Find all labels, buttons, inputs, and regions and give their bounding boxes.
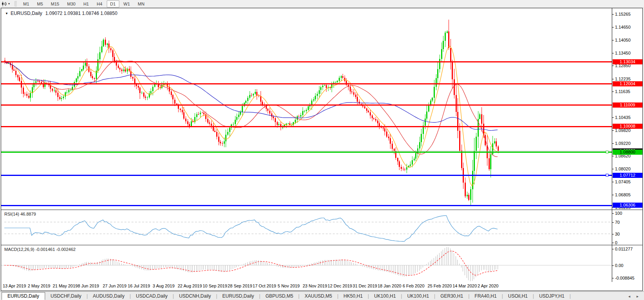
axis-tick-label: 1.07405	[615, 179, 631, 184]
price-hline[interactable]	[1, 175, 612, 176]
axis-tick-mark	[612, 195, 614, 195]
price-hline[interactable]	[1, 126, 612, 127]
chart-tab-usdjpy-h1[interactable]: USDJPY,H1	[535, 293, 569, 300]
date-label: 28 Sep 2019	[228, 284, 252, 288]
axis-tick-label: 0.011277	[615, 247, 633, 251]
price-hline[interactable]	[1, 61, 612, 62]
chart-tab-audusd-daily[interactable]: AUDUSD,Daily	[88, 293, 130, 300]
date-label: 14 Mar 2020	[452, 284, 477, 288]
axis-tick-mark	[612, 234, 614, 234]
axis-tick-label: 30	[615, 232, 620, 236]
timeframe-button-m5[interactable]: M5	[33, 0, 46, 7]
date-label: 2 Apr 2020	[478, 284, 498, 288]
hline-price-label: 1.13034	[613, 59, 642, 64]
ma-slow-line	[4, 62, 498, 130]
timeframe-button-mn[interactable]: MN	[134, 0, 148, 7]
hline-price-label: 1.11009	[613, 102, 642, 108]
chart-tab-bar: EURUSD,DailyUSDCHF,Daily|AUDUSD,Daily|US…	[0, 291, 644, 300]
date-label: 8 Jun 2019	[78, 284, 99, 288]
macd-label: MACD(12,26,9) -0.001461 -0.002462	[4, 247, 76, 252]
timeframe-button-d1[interactable]: D1	[107, 0, 119, 7]
chart-tab-usdcnh-daily[interactable]: USDCNH,Daily	[174, 293, 215, 300]
axis-tick-mark	[612, 143, 614, 144]
chart-tab-usdchf-daily[interactable]: USDCHF,Daily	[46, 293, 86, 300]
hline-price-label: 1.12004	[613, 81, 642, 86]
chart-tab-xauusd-m5[interactable]: XAUUSD,M5	[300, 293, 337, 300]
chart-tool-button[interactable]: ▾	[1, 1, 11, 7]
tab-scroll-left-icon[interactable]: ◂	[628, 294, 630, 298]
macd-pane[interactable]	[1, 245, 612, 282]
chart-title: ▼ EURUSD,Daily 1.09072 1.09381 1.08746 1…	[5, 11, 117, 16]
hline-price-label: 1.10008	[613, 124, 642, 129]
chart-tab-eurusd-daily[interactable]: EURUSD,Daily	[2, 292, 45, 300]
axis-tick-label: 1.10435	[615, 115, 631, 120]
timeframe-button-h1[interactable]: H1	[80, 0, 92, 7]
time-axis[interactable]: 13 Apr 20192 May 201921 May 20198 Jun 20…	[1, 282, 642, 291]
candlestick-chart-icon	[1, 1, 7, 7]
chart-tab-eurusd-daily[interactable]: EURUSD,Daily	[218, 293, 259, 300]
axis-tick-label: 100	[615, 211, 622, 216]
chart-caret-icon: ▼	[5, 12, 8, 15]
date-label: 27 Jun 2019	[103, 284, 127, 288]
hline-price-label: 1.08800	[613, 150, 642, 155]
axis-tick-label: 1.09220	[615, 141, 631, 146]
date-label: 12 Dec 2019	[328, 284, 352, 288]
rsi-pane[interactable]	[1, 210, 612, 245]
axis-tick-mark	[612, 40, 614, 40]
axis-tick-label: 1.08020	[615, 166, 631, 171]
tab-scroll-right-icon[interactable]: ▸	[637, 294, 639, 298]
date-label: 23 Nov 2019	[303, 284, 327, 288]
date-label: 6 Feb 2020	[403, 284, 425, 288]
axis-tick-mark	[612, 66, 614, 66]
chart-tool-dropdown-icon[interactable]: ▾	[8, 2, 10, 5]
timeframe-button-m1[interactable]: M1	[20, 0, 33, 7]
date-label: 2 May 2019	[28, 284, 50, 288]
axis-tick-mark	[612, 117, 614, 118]
hline-price-label: 1.07712	[613, 173, 642, 178]
chart-window[interactable]: ▼ EURUSD,Daily 1.09072 1.09381 1.08746 1…	[1, 8, 643, 291]
tab-scroll-arrows: ◂ ▸	[628, 294, 639, 298]
timeframe-button-w1[interactable]: W1	[120, 0, 134, 7]
axis-tick-mark	[612, 130, 614, 131]
date-label: 3 Aug 2019	[153, 284, 175, 288]
timeframe-button-h4[interactable]: H4	[93, 0, 106, 7]
candles-layer	[4, 20, 499, 207]
price-pane[interactable]	[1, 9, 612, 209]
price-hline[interactable]	[1, 83, 612, 84]
rsi-line	[4, 216, 498, 241]
chart-tabs: EURUSD,DailyUSDCHF,Daily|AUDUSD,Daily|US…	[0, 292, 571, 300]
hline-handle[interactable]	[606, 174, 608, 176]
date-label: 31 Dec 2019	[353, 284, 377, 288]
axis-tick-label: 0.00	[615, 263, 623, 268]
chart-symbol-label: EURUSD,Daily	[11, 11, 42, 16]
chart-tab-fra40-h1[interactable]: FRA40,H1	[470, 293, 501, 300]
chart-tab-usdcad-daily[interactable]: USDCAD,Daily	[131, 293, 172, 300]
chart-tab-uk100-h1[interactable]: UK100,H1	[403, 293, 434, 300]
price-hline[interactable]	[1, 104, 612, 106]
chart-tab-uk100-h1[interactable]: UK100,H1	[369, 293, 400, 300]
toolbar-grip[interactable]	[15, 1, 17, 6]
axis-tick-mark	[612, 156, 614, 156]
axis-tick-label: 1.14050	[615, 38, 631, 42]
axis-tick-mark	[612, 182, 614, 182]
date-label: 17 Oct 2019	[253, 284, 276, 288]
axis-tick-label: 1.11635	[615, 89, 630, 94]
chart-tab-ger30-h1[interactable]: GER30,H1	[436, 293, 468, 300]
date-label: 25 Feb 2020	[428, 284, 452, 288]
axis-tick-label: -0.008845	[615, 276, 635, 280]
price-axis[interactable]: 1.152651.146501.140501.134501.128501.122…	[612, 8, 643, 282]
price-hline[interactable]	[1, 205, 612, 206]
timeframe-button-m15[interactable]: M15	[47, 0, 63, 7]
date-label: 13 Apr 2019	[3, 284, 26, 288]
chart-tab-usoil-h1[interactable]: USOil,H1	[504, 293, 533, 300]
axis-tick-mark	[612, 243, 614, 243]
chart-tab-hk50-h1[interactable]: HK50,H1	[339, 293, 367, 300]
axis-tick-label: 1.06805	[615, 192, 631, 197]
date-label: 10 Sep 2019	[203, 284, 227, 288]
axis-tick-mark	[612, 278, 614, 278]
axis-tick-label: 1.14650	[615, 25, 631, 29]
chart-tab-gbpusd-m5[interactable]: GBPUSD,M5	[261, 293, 298, 300]
timeframe-button-m30[interactable]: M30	[64, 0, 79, 7]
top-toolbar: ▾ M1M5M15M30H1H4D1W1MN	[0, 0, 644, 8]
price-hline[interactable]	[1, 152, 612, 153]
